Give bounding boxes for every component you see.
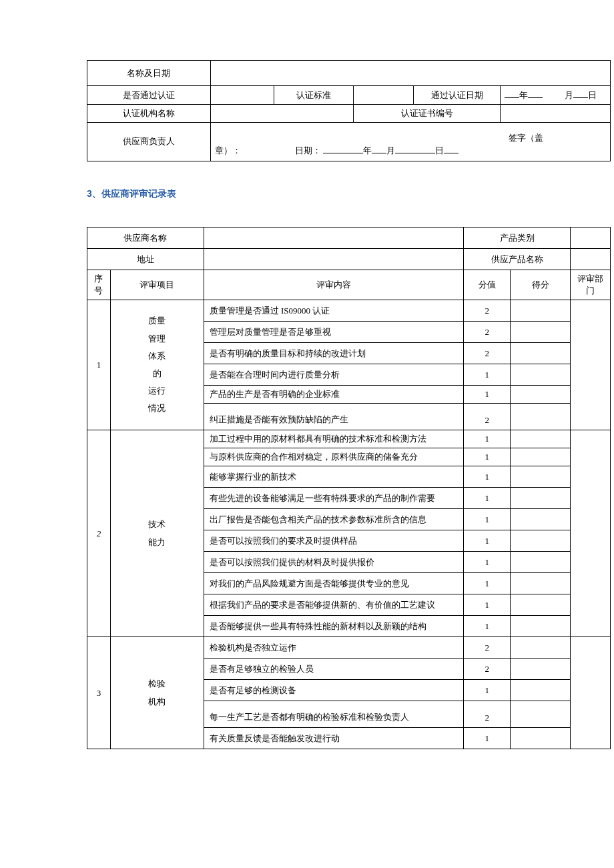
g2-r9-c: 是否能够提供一些具有特殊性能的新材料以及新颖的结构 [204,616,463,637]
item-1: 质量 管理 体系 的 运行 情况 [110,300,204,430]
g1-r3-v: 1 [464,364,511,386]
field-cert-no[interactable] [501,105,611,123]
g1-r1-c: 管理层对质量管理是否足够重视 [204,322,463,343]
g2-r2-v: 1 [464,466,511,488]
g3-r1-c: 是否有足够独立的检验人员 [204,659,463,680]
g2-r0-score[interactable] [511,430,571,448]
g2-r6-v: 1 [464,552,511,573]
g3-r4-score[interactable] [511,728,571,749]
item-3: 检验 机构 [110,637,204,749]
g1-r5-score[interactable] [511,404,571,430]
seq-3: 3 [87,637,111,749]
col-score-val: 分值 [464,270,511,300]
label-signature: 签字（盖 [509,132,543,144]
top-table: 名称及日期 是否通过认证 认证标准 通过认证日期 年 月日 认证机构名称 认证证… [87,60,611,161]
label-date: 日期： [295,145,321,155]
g3-r0-c: 检验机构是否独立运作 [204,637,463,659]
section-title: 3、供应商评审记录表 [87,188,614,200]
g3-r3-v: 2 [464,701,511,728]
label-name-date: 名称及日期 [87,61,211,86]
g1-r2-c: 是否有明确的质量目标和持续的改进计划 [204,343,463,364]
g2-r6-score[interactable] [511,552,571,573]
g3-r3-score[interactable] [511,701,571,728]
field-cert-std[interactable] [354,86,414,105]
g1-r2-score[interactable] [511,343,571,364]
g2-r5-c: 是否可以按照我们的要求及时提供样品 [204,530,463,552]
g3-r2-score[interactable] [511,680,571,701]
section-title-text: 、供应商评审记录表 [92,188,176,199]
g2-r6-c: 是否可以按照我们提供的材料及时提供报价 [204,552,463,573]
label-addr: 地址 [87,249,204,270]
label-cert-org: 认证机构名称 [87,105,211,123]
g2-dept[interactable] [571,430,611,637]
label-supply-product: 供应产品名称 [464,249,571,270]
g2-r9-v: 1 [464,616,511,637]
g3-dept[interactable] [571,637,611,749]
g2-r9-score[interactable] [511,616,571,637]
g2-r1-c: 与原料供应商的合作相对稳定，原料供应商的储备充分 [204,448,463,466]
g3-r0-score[interactable] [511,637,571,659]
page: 名称及日期 是否通过认证 认证标准 通过认证日期 年 月日 认证机构名称 认证证… [0,0,614,776]
g3-r4-v: 1 [464,728,511,749]
g1-r0-v: 2 [464,300,511,322]
g1-r1-score[interactable] [511,322,571,343]
seq-1: 1 [87,300,111,430]
field-cert-pass[interactable] [210,86,274,105]
g2-r3-c: 有些先进的设备能够满足一些有特殊要求的产品的制作需要 [204,488,463,509]
signature-area[interactable]: 签字（盖 章）： 日期： 年月日 [210,123,610,161]
g2-r5-v: 1 [464,530,511,552]
g3-r0-v: 2 [464,637,511,659]
field-product-cat[interactable] [571,228,611,249]
label-y: 年 [363,145,372,155]
field-supplier-name[interactable] [204,228,463,249]
g1-r0-score[interactable] [511,300,571,322]
field-cert-org[interactable] [210,105,354,123]
g1-r3-score[interactable] [511,364,571,386]
label-cert-no: 认证证书编号 [354,105,501,123]
g2-r2-c: 能够掌握行业的新技术 [204,466,463,488]
g2-r1-score[interactable] [511,448,571,466]
field-cert-date[interactable]: 年 月日 [501,86,611,105]
g2-r1-v: 1 [464,448,511,466]
field-supply-product[interactable] [571,249,611,270]
g1-r5-c: 纠正措施是否能有效预防缺陷的产生 [204,404,463,430]
label-cert-pass: 是否通过认证 [87,86,211,105]
g2-r0-c: 加工过程中用的原材料都具有明确的技术标准和检测方法 [204,430,463,448]
g3-r1-v: 2 [464,659,511,680]
g2-r3-score[interactable] [511,488,571,509]
label-sig-tail: 章）： [215,145,241,155]
g2-r7-score[interactable] [511,573,571,594]
section-number: 3 [87,188,92,199]
g2-r7-c: 对我们的产品风险规避方面是否能够提供专业的意见 [204,573,463,594]
label-month: 月 [565,90,573,100]
g1-r3-c: 是否能在合理时间内进行质量分析 [204,364,463,386]
g1-r4-c: 产品的生产是否有明确的企业标准 [204,386,463,404]
g2-r8-score[interactable] [511,594,571,616]
g1-r4-v: 1 [464,386,511,404]
g3-r4-c: 有关质量反馈是否能触发改进行动 [204,728,463,749]
g2-r0-v: 1 [464,430,511,448]
field-addr[interactable] [204,249,463,270]
g2-r8-c: 根据我们产品的要求是否能够提供新的、有价值的工艺建议 [204,594,463,616]
g1-r5-v: 2 [464,404,511,430]
label-cert-std: 认证标准 [274,86,354,105]
g2-r4-v: 1 [464,509,511,530]
g2-r5-score[interactable] [511,530,571,552]
col-dept: 评审部门 [571,270,611,300]
g3-r1-score[interactable] [511,659,571,680]
g1-r0-c: 质量管理是否通过 IS09000 认证 [204,300,463,322]
label-year: 年 [519,90,528,100]
label-supplier-mgr: 供应商负责人 [87,123,211,161]
label-m: 月 [386,145,395,155]
g3-r2-v: 1 [464,680,511,701]
g2-r2-score[interactable] [511,466,571,488]
col-seq: 序号 [87,270,111,300]
col-score: 得分 [511,270,571,300]
g1-dept[interactable] [571,300,611,430]
g1-r2-v: 2 [464,343,511,364]
label-product-cat: 产品类别 [464,228,571,249]
g2-r4-score[interactable] [511,509,571,530]
col-review-item: 评审项目 [110,270,204,300]
g1-r4-score[interactable] [511,386,571,404]
field-name-date[interactable] [210,61,610,86]
